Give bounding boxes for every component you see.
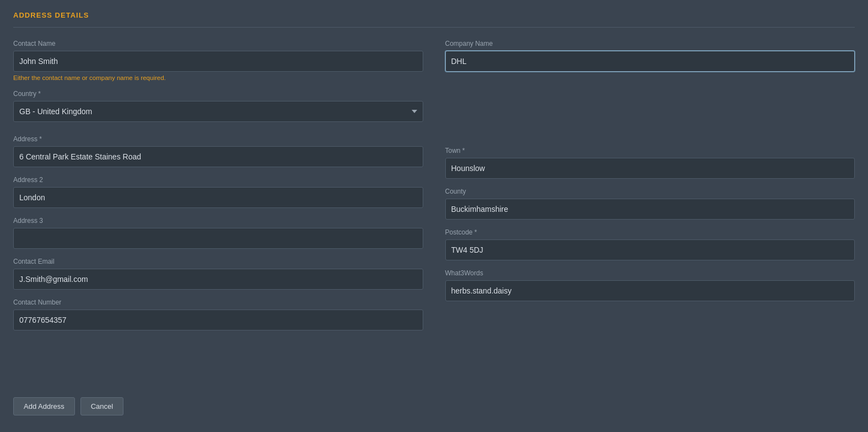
town-group: Town * (445, 147, 855, 179)
address2-label: Address 2 (13, 176, 423, 184)
contact-email-label: Contact Email (13, 258, 423, 265)
form-grid: Contact Name Either the contact name or … (13, 40, 855, 381)
county-label: County (445, 188, 855, 195)
divider (13, 27, 855, 28)
address3-group: Address 3 (13, 217, 423, 249)
country-group: Country * GB - United Kingdom US - Unite… (13, 90, 423, 122)
contact-name-input[interactable] (13, 51, 423, 72)
right-spacer2 (445, 110, 855, 134)
address1-label: Address * (13, 135, 423, 143)
what3words-input[interactable] (445, 280, 855, 301)
town-input[interactable] (445, 158, 855, 179)
postcode-input[interactable] (445, 239, 855, 260)
county-input[interactable] (445, 199, 855, 220)
address1-input[interactable] (13, 146, 423, 167)
county-group: County (445, 188, 855, 220)
left-column: Contact Name Either the contact name or … (13, 40, 423, 381)
company-name-group: Company Name (445, 40, 855, 72)
contact-number-input[interactable] (13, 310, 423, 330)
contact-name-group: Contact Name Either the contact name or … (13, 40, 423, 81)
address1-group: Address * (13, 135, 423, 167)
contact-email-input[interactable] (13, 269, 423, 290)
company-name-label: Company Name (445, 40, 855, 47)
country-select[interactable]: GB - United Kingdom US - United States D… (13, 101, 423, 122)
section-title: ADDRESS DETAILS (13, 11, 855, 19)
what3words-label: What3Words (445, 269, 855, 277)
address3-input[interactable] (13, 228, 423, 249)
town-label: Town * (445, 147, 855, 154)
page-container: ADDRESS DETAILS Contact Name Either the … (0, 0, 868, 432)
contact-number-group: Contact Number (13, 298, 423, 330)
add-address-button[interactable]: Add Address (13, 397, 75, 415)
address2-input[interactable] (13, 187, 423, 208)
address2-group: Address 2 (13, 176, 423, 208)
contact-name-label: Contact Name (13, 40, 423, 47)
contact-number-label: Contact Number (13, 298, 423, 306)
footer-actions: Add Address Cancel (13, 392, 855, 415)
address3-label: Address 3 (13, 217, 423, 225)
validation-message: Either the contact name or company name … (13, 74, 423, 81)
right-spacer (445, 81, 855, 102)
contact-email-group: Contact Email (13, 258, 423, 290)
company-name-input[interactable] (445, 51, 855, 72)
what3words-group: What3Words (445, 269, 855, 301)
postcode-label: Postcode * (445, 228, 855, 236)
postcode-group: Postcode * (445, 228, 855, 260)
cancel-button[interactable]: Cancel (80, 397, 123, 415)
right-column: Company Name Town * County Postcode * (445, 40, 855, 381)
country-label: Country * (13, 90, 423, 98)
